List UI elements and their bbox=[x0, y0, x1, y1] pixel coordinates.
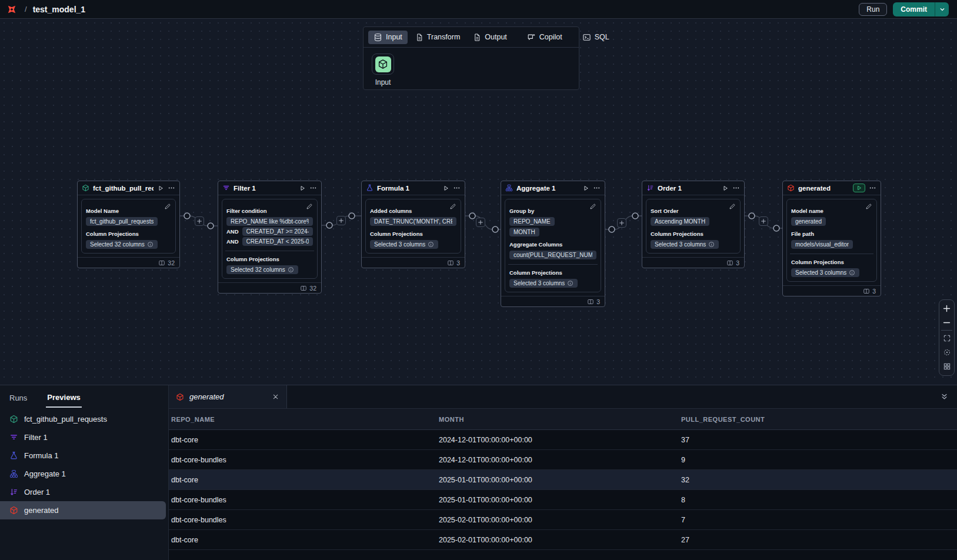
more-menu-icon[interactable] bbox=[453, 184, 461, 192]
port-out-icon[interactable] bbox=[749, 213, 755, 219]
port-in-icon[interactable] bbox=[773, 225, 779, 231]
tab-output[interactable]: Output bbox=[468, 31, 512, 44]
port-out-icon[interactable] bbox=[326, 222, 332, 228]
projections-pill[interactable]: Selected 3 columns bbox=[651, 240, 719, 249]
play-icon[interactable] bbox=[722, 185, 729, 192]
port-out-icon[interactable] bbox=[469, 213, 475, 219]
add-step-button[interactable] bbox=[617, 218, 626, 228]
table-row[interactable]: dbt-core 2024-12-01T00:00:00+00:00 37 bbox=[169, 430, 957, 450]
sidebar-item-formula-1[interactable]: Formula 1 bbox=[0, 446, 168, 465]
tab-transform[interactable]: Transform bbox=[410, 31, 466, 44]
play-success-icon[interactable] bbox=[853, 184, 865, 192]
breadcrumb-separator: / bbox=[25, 5, 27, 14]
preview-table: REPO_NAME MONTH PULL_REQUEST_COUNT dbt-c… bbox=[169, 409, 957, 560]
more-menu-icon[interactable] bbox=[732, 184, 740, 192]
fit-view-icon[interactable] bbox=[939, 331, 954, 345]
formula-pill[interactable]: DATE_TRUNC('MONTH', CREATED_AT... bbox=[370, 217, 456, 226]
sort-pill[interactable]: Ascending MONTH bbox=[651, 217, 709, 226]
more-menu-icon[interactable] bbox=[309, 184, 317, 192]
sidebar-item-fct-github-pull-requests[interactable]: fct_github_pull_requests bbox=[0, 410, 168, 428]
node-fct-github-pull-requests[interactable]: fct_github_pull_requests Model Name fct_… bbox=[77, 181, 180, 268]
condition-pill[interactable]: CREATED_AT < 2025-03-01 bbox=[242, 237, 313, 246]
port-out-icon[interactable] bbox=[184, 213, 190, 219]
projections-pill[interactable]: Selected 32 columns bbox=[86, 240, 158, 249]
play-icon[interactable] bbox=[582, 185, 589, 192]
table-row[interactable]: dbt-core 2025-02-01T00:00:00+00:00 27 bbox=[169, 530, 957, 550]
node-formula-1[interactable]: Formula 1 Added columns DATE_TRUNC('MONT… bbox=[361, 181, 465, 268]
tab-input[interactable]: Input bbox=[368, 31, 408, 44]
column-header[interactable]: PULL_REQUEST_COUNT bbox=[681, 416, 957, 423]
play-icon[interactable] bbox=[157, 185, 164, 192]
edit-pencil-icon[interactable] bbox=[164, 203, 171, 210]
projections-pill[interactable]: Selected 3 columns bbox=[509, 279, 578, 288]
run-button[interactable]: Run bbox=[859, 3, 887, 16]
tab-sql[interactable]: SQL bbox=[577, 31, 615, 44]
minimap-grid-icon[interactable] bbox=[939, 359, 954, 374]
play-icon[interactable] bbox=[299, 185, 306, 192]
port-in-icon[interactable] bbox=[492, 226, 498, 232]
node-filter-1[interactable]: Filter 1 Filter condition REPO_NAME like… bbox=[218, 181, 322, 294]
columns-icon bbox=[587, 298, 594, 305]
table-row[interactable]: dbt-core-bundles 2025-01-01T00:00:00+00:… bbox=[169, 490, 957, 510]
projections-pill[interactable]: Selected 3 columns bbox=[370, 240, 438, 249]
table-row[interactable]: dbt-core-bundles 2024-12-01T00:00:00+00:… bbox=[169, 450, 957, 470]
port-in-icon[interactable] bbox=[349, 213, 355, 219]
more-menu-icon[interactable] bbox=[869, 184, 876, 192]
edit-pencil-icon[interactable] bbox=[449, 203, 456, 210]
locate-icon[interactable] bbox=[939, 345, 954, 359]
dbt-logo-icon[interactable] bbox=[6, 4, 18, 15]
dag-canvas[interactable]: Input Transform Output Copilot SQL bbox=[0, 19, 957, 385]
bottom-panel: Runs Previews fct_github_pull_requests F… bbox=[0, 385, 957, 560]
add-step-button[interactable] bbox=[759, 216, 768, 226]
add-step-button[interactable] bbox=[336, 216, 346, 225]
value-pill[interactable]: fct_github_pull_requests bbox=[86, 217, 158, 226]
groupby-pill[interactable]: MONTH bbox=[509, 228, 539, 236]
column-header[interactable]: REPO_NAME bbox=[171, 416, 439, 423]
sidebar-item-order-1[interactable]: Order 1 bbox=[0, 483, 168, 501]
port-in-icon[interactable] bbox=[632, 213, 638, 219]
preview-tab-generated[interactable]: generated bbox=[169, 385, 287, 408]
add-step-button[interactable] bbox=[195, 216, 204, 226]
condition-pill[interactable]: REPO_NAME like %dbt-core% bbox=[226, 217, 313, 226]
sidebar-item-aggregate-1[interactable]: Aggregate 1 bbox=[0, 465, 168, 483]
projections-pill[interactable]: Selected 3 columns bbox=[791, 268, 859, 277]
tab-runs[interactable]: Runs bbox=[8, 388, 28, 407]
edit-pencil-icon[interactable] bbox=[306, 203, 313, 210]
node-generated[interactable]: generated Model name generated File path… bbox=[782, 181, 881, 296]
cube-icon bbox=[9, 506, 18, 515]
value-pill[interactable]: generated bbox=[791, 217, 826, 226]
tab-previews[interactable]: Previews bbox=[46, 387, 81, 408]
filter-icon bbox=[9, 433, 18, 442]
node-aggregate-1[interactable]: Aggregate 1 Group by REPO_NAME MONTH Agg… bbox=[501, 181, 605, 307]
commit-button[interactable]: Commit bbox=[893, 2, 935, 16]
and-label: AND bbox=[226, 238, 239, 245]
close-icon[interactable] bbox=[272, 393, 279, 401]
filepath-pill[interactable]: models/visual_editor bbox=[791, 240, 853, 249]
port-out-icon[interactable] bbox=[609, 226, 615, 232]
sidebar-item-filter-1[interactable]: Filter 1 bbox=[0, 428, 168, 446]
table-row[interactable]: dbt-core 2025-01-01T00:00:00+00:00 32 bbox=[169, 470, 957, 490]
zoom-in-button[interactable] bbox=[939, 301, 954, 315]
aggregate-pill[interactable]: count(PULL_REQUEST_NUMBER) as ... bbox=[509, 251, 596, 259]
more-menu-icon[interactable] bbox=[593, 184, 601, 192]
edit-pencil-icon[interactable] bbox=[865, 203, 872, 210]
condition-pill[interactable]: CREATED_AT >= 2024-12-01 bbox=[242, 227, 313, 236]
groupby-pill[interactable]: REPO_NAME bbox=[509, 217, 555, 226]
collapse-panel-icon[interactable] bbox=[940, 385, 949, 408]
table-row[interactable]: dbt-core-bundles 2025-02-01T00:00:00+00:… bbox=[169, 510, 957, 530]
tab-copilot[interactable]: Copilot bbox=[522, 31, 568, 44]
zoom-out-button[interactable] bbox=[939, 315, 954, 329]
play-icon[interactable] bbox=[442, 185, 449, 192]
projections-pill[interactable]: Selected 32 columns bbox=[226, 265, 298, 274]
port-in-icon[interactable] bbox=[208, 223, 214, 229]
column-count: 32 bbox=[309, 285, 316, 292]
edit-pencil-icon[interactable] bbox=[589, 203, 596, 210]
commit-dropdown-button[interactable] bbox=[935, 2, 949, 16]
more-menu-icon[interactable] bbox=[168, 184, 175, 192]
node-order-1[interactable]: Order 1 Sort Order Ascending MONTH Colum… bbox=[642, 181, 745, 268]
sidebar-item-generated[interactable]: generated bbox=[0, 501, 166, 519]
input-node-tile[interactable]: Input bbox=[372, 54, 394, 86]
edit-pencil-icon[interactable] bbox=[729, 203, 736, 210]
add-step-button[interactable] bbox=[476, 218, 485, 227]
column-header[interactable]: MONTH bbox=[439, 416, 681, 423]
